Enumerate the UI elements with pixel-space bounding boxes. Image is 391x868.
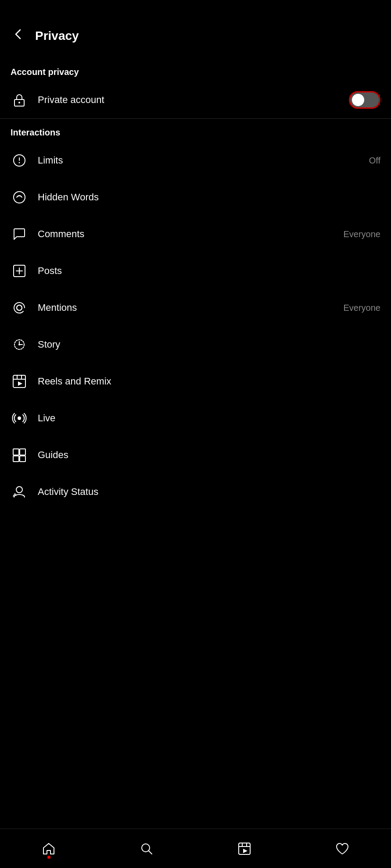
svg-point-1 <box>18 102 20 103</box>
home-icon <box>41 841 57 857</box>
hidden-words-icon <box>11 189 28 206</box>
story-icon <box>11 336 28 353</box>
reels-icon <box>11 373 28 390</box>
posts-icon <box>11 262 28 280</box>
story-item[interactable]: Story <box>0 326 391 363</box>
svg-rect-23 <box>20 456 25 462</box>
svg-point-4 <box>19 162 20 164</box>
header: Privacy <box>0 0 391 58</box>
svg-marker-33 <box>243 849 248 853</box>
home-nav-dot <box>47 856 50 859</box>
menu-item-left: Activity Status <box>11 483 98 501</box>
toggle-track <box>350 92 379 107</box>
limits-item[interactable]: Limits Off <box>0 142 391 179</box>
nav-home[interactable] <box>32 836 65 861</box>
private-account-item[interactable]: Private account <box>0 82 391 118</box>
reels-and-remix-item[interactable]: Reels and Remix <box>0 363 391 400</box>
account-privacy-section-label: Account privacy <box>0 58 391 82</box>
nav-search[interactable] <box>130 836 163 861</box>
svg-line-28 <box>149 851 152 854</box>
svg-point-19 <box>18 416 21 420</box>
posts-label: Posts <box>38 265 62 277</box>
svg-rect-29 <box>239 843 250 854</box>
menu-item-left: Private account <box>11 91 104 109</box>
svg-point-13 <box>18 344 20 345</box>
nav-reels[interactable] <box>228 836 261 861</box>
private-account-toggle[interactable] <box>349 91 380 109</box>
page-title: Privacy <box>35 29 79 43</box>
nav-activity[interactable] <box>326 836 359 861</box>
mentions-item[interactable]: Mentions Everyone <box>0 289 391 326</box>
bottom-nav <box>0 829 391 868</box>
svg-rect-21 <box>20 449 25 455</box>
svg-rect-22 <box>13 456 19 462</box>
limits-value: Off <box>369 156 380 166</box>
menu-item-left: Guides <box>11 446 68 464</box>
menu-item-left: Live <box>11 409 55 427</box>
guides-icon <box>11 446 28 464</box>
hidden-words-item[interactable]: Hidden Words <box>0 179 391 216</box>
svg-rect-14 <box>13 375 25 388</box>
menu-item-left: Story <box>11 336 60 353</box>
menu-item-left: Hidden Words <box>11 189 99 206</box>
heart-icon <box>334 841 350 857</box>
menu-item-left: Comments <box>11 225 84 243</box>
toggle-thumb <box>352 94 364 106</box>
hidden-words-label: Hidden Words <box>38 192 99 203</box>
mentions-label: Mentions <box>38 302 77 313</box>
lock-icon <box>11 91 28 109</box>
posts-item[interactable]: Posts <box>0 253 391 289</box>
mentions-value: Everyone <box>344 303 381 313</box>
live-label: Live <box>38 413 55 424</box>
comments-label: Comments <box>38 228 84 240</box>
mentions-icon <box>11 299 28 317</box>
activity-status-item[interactable]: Activity Status <box>0 473 391 510</box>
svg-marker-18 <box>18 381 22 386</box>
menu-item-left: Mentions <box>11 299 77 317</box>
live-icon <box>11 409 28 427</box>
guides-item[interactable]: Guides <box>0 437 391 473</box>
guides-label: Guides <box>38 449 68 461</box>
search-icon <box>139 841 154 857</box>
menu-item-left: Posts <box>11 262 62 280</box>
activity-icon <box>11 483 28 501</box>
interactions-section-label: Interactions <box>0 119 391 142</box>
private-account-label: Private account <box>38 94 104 106</box>
activity-status-label: Activity Status <box>38 486 98 498</box>
reels-and-remix-label: Reels and Remix <box>38 376 111 387</box>
back-button[interactable] <box>11 26 26 45</box>
menu-item-left: Reels and Remix <box>11 373 111 390</box>
svg-point-24 <box>16 487 22 493</box>
reels-nav-icon <box>237 841 252 857</box>
comments-value: Everyone <box>344 229 381 239</box>
menu-item-left: Limits <box>11 152 63 169</box>
comments-item[interactable]: Comments Everyone <box>0 216 391 253</box>
back-arrow-icon <box>12 28 25 43</box>
limits-icon <box>11 152 28 169</box>
limits-label: Limits <box>38 155 63 166</box>
live-item[interactable]: Live <box>0 400 391 437</box>
svg-rect-20 <box>13 449 19 455</box>
story-label: Story <box>38 339 60 350</box>
comments-icon <box>11 225 28 243</box>
